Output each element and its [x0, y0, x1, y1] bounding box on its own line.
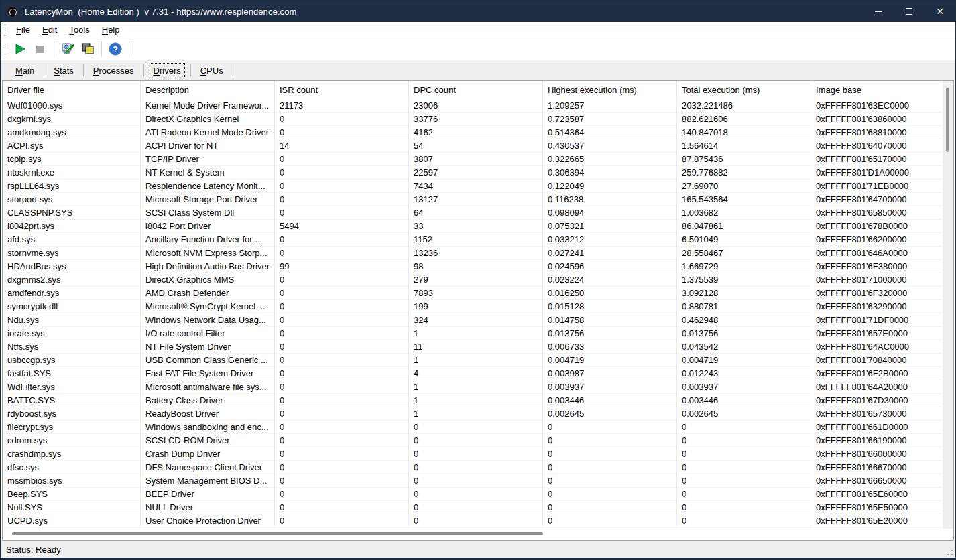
- table-row[interactable]: fastfat.SYSFast FAT File System Driver04…: [3, 367, 953, 380]
- table-row[interactable]: Ntfs.sysNT File System Driver0110.006733…: [3, 340, 953, 354]
- toolbar-separator: [54, 41, 54, 57]
- table-row[interactable]: CLASSPNP.SYSSCSI Class System Dll0640.09…: [3, 206, 953, 220]
- menu-edit[interactable]: Edit: [36, 23, 63, 36]
- table-cell: storport.sys: [3, 193, 141, 206]
- vertical-scrollbar-thumb[interactable]: [946, 88, 949, 152]
- horizontal-scrollbar[interactable]: [3, 529, 953, 540]
- stop-monitor-button[interactable]: [30, 40, 50, 58]
- tab-stats[interactable]: Stats: [51, 64, 76, 77]
- table-row[interactable]: dxgmms2.sysDirectX Graphics MMS02790.023…: [3, 273, 953, 287]
- table-cell: 0: [275, 488, 409, 500]
- column-header-highest-execution[interactable]: Highest execution (ms): [543, 81, 677, 99]
- table-row[interactable]: tcpip.sysTCP/IP Driver038070.32266587.87…: [3, 153, 953, 166]
- menu-file[interactable]: File: [10, 23, 36, 36]
- minimize-button[interactable]: [863, 1, 894, 22]
- table-row[interactable]: stornvme.sysMicrosoft NVM Express Storp.…: [3, 247, 953, 260]
- table-row[interactable]: ACPI.sysACPI Driver for NT14540.4305371.…: [3, 139, 953, 153]
- tab-processes[interactable]: Processes: [91, 64, 137, 77]
- table-cell: usbccgp.sys: [3, 354, 141, 366]
- table-row[interactable]: Ndu.sysWindows Network Data Usag...03240…: [3, 313, 953, 327]
- table-row[interactable]: ntoskrnl.exeNT Kernel & System0225970.30…: [3, 166, 953, 180]
- toolbar-grip-handle[interactable]: [4, 44, 6, 54]
- table-cell: dfsc.sys: [3, 461, 141, 474]
- table-cell: 0.430537: [543, 139, 677, 152]
- horizontal-scrollbar-thumb[interactable]: [12, 532, 543, 535]
- table-cell: Battery Class Driver: [141, 394, 275, 407]
- table-cell: 0xFFFFF801'64AC0000: [811, 340, 953, 353]
- tab-strip: Main Stats Processes Drivers CPUs: [1, 60, 955, 80]
- table-cell: 13236: [409, 247, 543, 259]
- table-row[interactable]: UCPD.sysUser Choice Protection Driver000…: [3, 514, 953, 528]
- menubar-grip-handle[interactable]: [4, 25, 6, 36]
- table-cell: iorate.sys: [3, 327, 141, 340]
- table-cell: 0.024596: [543, 260, 677, 273]
- table-row[interactable]: amdkmdag.sysATI Radeon Kernel Mode Drive…: [3, 126, 953, 139]
- vertical-scrollbar[interactable]: [943, 81, 953, 529]
- table-row[interactable]: filecrypt.sysWindows sandboxing and enc.…: [3, 421, 953, 434]
- table-cell: 0.033212: [543, 233, 677, 246]
- table-cell: SCSI CD-ROM Driver: [141, 434, 275, 447]
- options-button[interactable]: [58, 40, 78, 58]
- table-cell: rspLLL64.sys: [3, 180, 141, 192]
- tab-separator: [44, 64, 44, 76]
- table-cell: I/O rate control Filter: [141, 327, 275, 340]
- table-cell: 99: [275, 260, 409, 273]
- menu-tools[interactable]: Tools: [63, 23, 95, 36]
- table-row[interactable]: storport.sysMicrosoft Storage Port Drive…: [3, 193, 953, 206]
- table-cell: 0xFFFFF801'65730000: [811, 407, 953, 420]
- close-button[interactable]: ✕: [924, 1, 955, 22]
- table-cell: 0.723587: [543, 113, 677, 125]
- column-header-image-base[interactable]: Image base: [811, 81, 953, 99]
- column-header-total-execution[interactable]: Total execution (ms): [677, 81, 811, 99]
- table-cell: 0: [275, 300, 409, 313]
- start-monitor-button[interactable]: [10, 40, 30, 58]
- table-cell: 0xFFFFF801'65E60000: [811, 488, 953, 500]
- table-row[interactable]: amdfendr.sysAMD Crash Defender078930.016…: [3, 287, 953, 300]
- table-row[interactable]: dxgkrnl.sysDirectX Graphics Kernel033776…: [3, 113, 953, 126]
- table-row[interactable]: dfsc.sysDFS Namespace Client Driver00000…: [3, 461, 953, 474]
- table-row[interactable]: mssmbios.sysSystem Management BIOS D...0…: [3, 474, 953, 488]
- table-cell: NULL Driver: [141, 501, 275, 514]
- tab-main[interactable]: Main: [13, 64, 37, 77]
- table-row[interactable]: i8042prt.sysi8042 Port Driver5494330.075…: [3, 220, 953, 233]
- table-row[interactable]: afd.sysAncillary Function Driver for ...…: [3, 233, 953, 247]
- tab-drivers[interactable]: Drivers: [151, 64, 184, 77]
- table-cell: 0: [543, 447, 677, 460]
- table-cell: 0: [275, 501, 409, 514]
- table-row[interactable]: rspLLL64.sysResplendence Latency Monit..…: [3, 180, 953, 193]
- menu-help[interactable]: Help: [96, 23, 126, 36]
- table-row[interactable]: crashdmp.sysCrash Dump Driver00000xFFFFF…: [3, 447, 953, 461]
- table-row[interactable]: cdrom.sysSCSI CD-ROM Driver00000xFFFFF80…: [3, 434, 953, 447]
- table-row[interactable]: WdFilter.sysMicrosoft antimalware file s…: [3, 380, 953, 394]
- copy-report-button[interactable]: [78, 40, 98, 58]
- table-cell: 33776: [409, 113, 543, 125]
- table-cell: 0xFFFFF801'678B0000: [811, 220, 953, 232]
- table-cell: 0: [275, 421, 409, 433]
- table-cell: 0: [275, 193, 409, 206]
- monitor-tool-icon: [60, 42, 75, 56]
- table-row[interactable]: HDAudBus.sysHigh Definition Audio Bus Dr…: [3, 260, 953, 273]
- resize-grip[interactable]: [947, 549, 953, 556]
- table-cell: 0: [409, 501, 543, 514]
- table-row[interactable]: rdyboost.sysReadyBoost Driver010.0026450…: [3, 407, 953, 421]
- table-row[interactable]: Wdf01000.sysKernel Mode Driver Framewor.…: [3, 99, 953, 113]
- table-cell: 0: [275, 354, 409, 366]
- column-header-dpc-count[interactable]: DPC count: [409, 81, 543, 99]
- table-row[interactable]: iorate.sysI/O rate control Filter010.013…: [3, 327, 953, 340]
- column-header-description[interactable]: Description: [141, 81, 275, 99]
- table-cell: 0.014758: [543, 313, 677, 326]
- table-row[interactable]: Beep.SYSBEEP Driver00000xFFFFF801'65E600…: [3, 488, 953, 501]
- table-row[interactable]: symcryptk.dllMicrosoft® SymCrypt Kernel …: [3, 300, 953, 313]
- help-button[interactable]: ?: [105, 40, 125, 58]
- column-header-driver-file[interactable]: Driver file: [3, 81, 141, 99]
- column-header-isr-count[interactable]: ISR count: [275, 81, 409, 99]
- maximize-button[interactable]: [894, 1, 924, 22]
- drivers-table-body: Wdf01000.sysKernel Mode Driver Framewor.…: [3, 99, 953, 529]
- table-row[interactable]: Null.SYSNULL Driver00000xFFFFF801'65E500…: [3, 501, 953, 514]
- table-cell: 0.003937: [677, 380, 811, 393]
- table-cell: 1.003682: [677, 206, 811, 219]
- table-row[interactable]: BATTC.SYSBattery Class Driver010.0034460…: [3, 394, 953, 407]
- tab-cpus[interactable]: CPUs: [198, 64, 226, 77]
- table-cell: 0.013756: [677, 327, 811, 340]
- table-row[interactable]: usbccgp.sysUSB Common Class Generic ...0…: [3, 354, 953, 367]
